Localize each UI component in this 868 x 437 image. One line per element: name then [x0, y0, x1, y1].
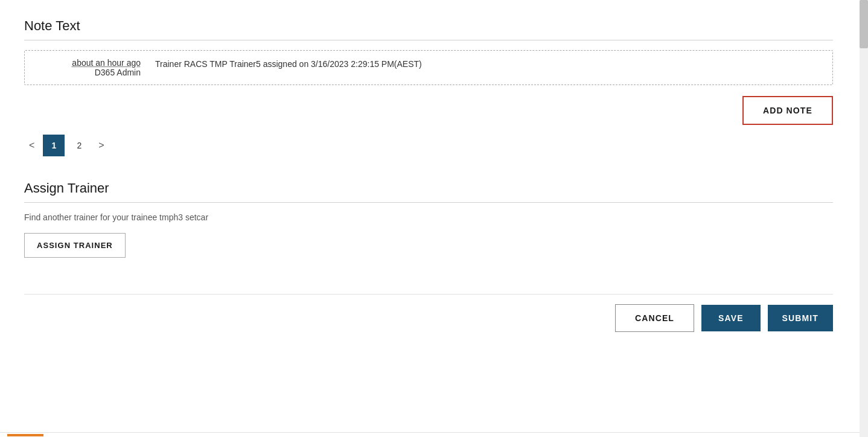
assign-section-divider	[24, 202, 833, 203]
pagination: < 1 2 >	[24, 135, 833, 156]
assign-trainer-title: Assign Trainer	[24, 180, 833, 196]
pagination-page-1[interactable]: 1	[43, 135, 65, 156]
scrollbar-track[interactable]	[860, 0, 868, 437]
assign-description: Find another trainer for your trainee tm…	[24, 212, 833, 222]
note-entry: about an hour ago D365 Admin Trainer RAC…	[24, 50, 833, 85]
cancel-button[interactable]: CANCEL	[615, 304, 694, 332]
pagination-page-2[interactable]: 2	[68, 135, 90, 156]
save-button[interactable]: SAVE	[701, 305, 761, 331]
bottom-bar-accent	[7, 434, 43, 436]
pagination-prev[interactable]: <	[24, 138, 39, 153]
submit-button[interactable]: SUBMIT	[768, 305, 833, 331]
note-text-title: Note Text	[24, 18, 833, 34]
note-body: Trainer RACS TMP Trainer5 assigned on 3/…	[155, 58, 823, 69]
action-bar: CANCEL SAVE SUBMIT	[24, 294, 833, 342]
scrollbar-thumb[interactable]	[860, 0, 868, 48]
note-section-divider	[24, 40, 833, 40]
assign-trainer-button[interactable]: ASSIGN TRAINER	[24, 233, 126, 258]
note-timestamp: about an hour ago	[34, 58, 141, 68]
note-author: D365 Admin	[34, 68, 141, 77]
bottom-bar	[0, 432, 860, 437]
note-meta: about an hour ago D365 Admin	[34, 58, 155, 77]
add-note-button[interactable]: ADD NOTE	[742, 96, 833, 125]
pagination-next[interactable]: >	[94, 138, 109, 153]
add-note-area: ADD NOTE	[24, 96, 833, 125]
